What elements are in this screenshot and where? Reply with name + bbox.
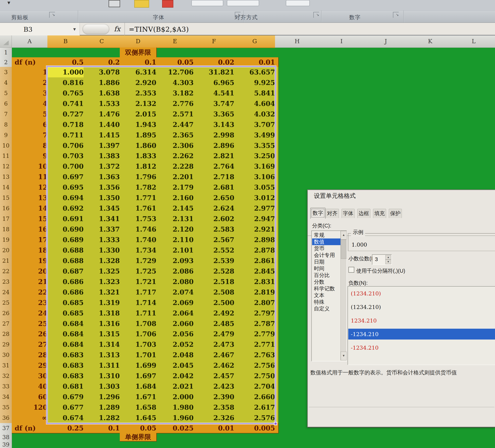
cell-t-value[interactable]: 1.782	[120, 182, 160, 193]
cell-t-value[interactable]: 2.160	[156, 193, 197, 203]
category-item-自定义[interactable]: 自定义	[312, 305, 342, 312]
row-header-29[interactable]: 29	[0, 339, 12, 350]
row-header-3[interactable]: 3	[0, 67, 12, 78]
cell-t-value[interactable]: 0.692	[47, 203, 87, 214]
tab-数字[interactable]: 数字	[310, 208, 326, 219]
name-box[interactable]: B3 ▼	[0, 23, 80, 35]
cell-t-value[interactable]: 0.706	[47, 140, 87, 151]
scroll-down-icon[interactable]: ▼	[341, 352, 347, 360]
cell-t-value[interactable]: 12.706	[156, 67, 197, 78]
cell-t-value[interactable]: 4.032	[234, 109, 279, 120]
row-header-12[interactable]: 12	[0, 161, 12, 172]
row-header-39[interactable]: 39	[0, 441, 12, 448]
category-item-数值[interactable]: 数值	[312, 238, 342, 245]
cell-t-value[interactable]: 2.681	[193, 182, 238, 193]
cell-t-value[interactable]: 1.708	[120, 318, 160, 329]
cell-t-value[interactable]: 1.296	[83, 392, 124, 402]
cell-t-value[interactable]: 1.315	[83, 329, 124, 340]
cell-t-value[interactable]: 9.925	[234, 77, 279, 88]
cell-t-value[interactable]: 2.485	[193, 318, 238, 329]
cell-t-value[interactable]: 1.860	[120, 140, 160, 151]
cell-t-value[interactable]: 6.314	[120, 67, 160, 78]
category-item-货币[interactable]: 货币	[312, 245, 342, 252]
cell-t-value[interactable]: 2.861	[234, 255, 279, 266]
cell-t-value[interactable]: 0.683	[47, 371, 87, 382]
decimal-places-stepper[interactable]: 3 ▲ ▼	[372, 254, 392, 265]
cell-t-value[interactable]: 2.365	[156, 130, 197, 141]
cell-t-value[interactable]: 1.372	[83, 161, 124, 172]
cell-t-value[interactable]: 2.060	[156, 318, 197, 329]
cell-t-value[interactable]: 3.355	[234, 140, 279, 151]
cell-t-value[interactable]: 1.960	[156, 413, 197, 423]
row-header-2[interactable]: 2	[0, 57, 12, 67]
cell-t-value[interactable]: 1.638	[83, 88, 124, 99]
cell-alpha-one-sided[interactable]: 0.01	[193, 423, 238, 433]
cell-t-value[interactable]: 2.819	[234, 287, 279, 298]
column-header-E[interactable]: E	[156, 35, 194, 48]
fill-color-button[interactable]	[134, 0, 149, 8]
category-item-百分比[interactable]: 百分比	[312, 272, 342, 279]
cell-t-value[interactable]: 2.998	[193, 130, 238, 141]
cell-t-value[interactable]: 1.311	[83, 360, 124, 371]
row-header-22[interactable]: 22	[0, 266, 12, 277]
cell-t-value[interactable]: 1.703	[120, 339, 160, 350]
cell-t-value[interactable]: 0.688	[47, 255, 87, 266]
cell-t-value[interactable]: 2.447	[156, 119, 197, 130]
tab-边框[interactable]: 边框	[357, 209, 370, 218]
cell-t-value[interactable]: 63.657	[234, 67, 279, 78]
cell-t-value[interactable]: 3.078	[83, 67, 124, 78]
cell-t-value[interactable]: 1.363	[83, 171, 124, 183]
negative-format-item[interactable]: -1234.210	[348, 342, 495, 353]
active-cell-B3[interactable]: 1.000	[47, 67, 87, 78]
border-button[interactable]	[109, 0, 120, 7]
cell-t-value[interactable]: 4.604	[234, 98, 279, 109]
cell-t-value[interactable]: 2.042	[156, 371, 197, 382]
cell-t-value[interactable]: 0.685	[47, 308, 87, 319]
cell-t-value[interactable]: 2.602	[193, 213, 238, 224]
row-header-8[interactable]: 8	[0, 119, 12, 130]
cell-t-value[interactable]: 0.700	[47, 161, 87, 172]
cell-t-value[interactable]: 2.660	[234, 392, 279, 402]
cell-t-value[interactable]: 2.576	[234, 413, 279, 423]
cell-t-value[interactable]: 2.120	[156, 224, 197, 235]
cell-t-value[interactable]: 0.684	[47, 339, 87, 350]
cell-t-value[interactable]: 2.920	[120, 77, 160, 88]
cell-t-value[interactable]: 1.697	[120, 371, 160, 382]
cell-t-value[interactable]: 0.711	[47, 130, 87, 141]
cell-t-value[interactable]: 1.323	[83, 277, 124, 287]
category-item-分数[interactable]: 分数	[312, 279, 342, 285]
cell-t-value[interactable]: 2.552	[193, 245, 238, 256]
row-header-11[interactable]: 11	[0, 151, 12, 161]
cell-t-value[interactable]: 1.533	[83, 98, 124, 109]
cell-alpha-two-sided[interactable]: 0.05	[156, 57, 197, 67]
row-header-26[interactable]: 26	[0, 308, 12, 318]
cell-t-value[interactable]: 2.457	[193, 371, 238, 382]
cell-t-value[interactable]: 2.617	[234, 402, 279, 413]
cell-t-value[interactable]: 2.704	[234, 381, 279, 392]
cell-t-value[interactable]: 3.169	[234, 161, 279, 172]
cell-t-value[interactable]: 0.691	[47, 213, 87, 224]
column-header-D[interactable]: D	[120, 35, 156, 48]
cell-t-value[interactable]: 1.701	[120, 350, 160, 360]
cell-t-value[interactable]: 0.685	[47, 297, 87, 308]
cell-t-value[interactable]: 1.658	[120, 402, 160, 413]
cell-t-value[interactable]: 2.500	[193, 297, 238, 308]
cell-t-value[interactable]: 3.012	[234, 193, 279, 203]
category-listbox[interactable]: 常规数值货币会计专用日期时间百分比分数科学记数文本特殊自定义▲▼	[311, 231, 347, 361]
cell-t-value[interactable]: 2.462	[193, 360, 238, 371]
cell-t-value[interactable]: 2.779	[234, 329, 279, 340]
cell-t-value[interactable]: 0.765	[47, 88, 87, 99]
cell-t-value[interactable]: 1.796	[120, 171, 160, 183]
cell-t-value[interactable]: 2.508	[193, 287, 238, 298]
number-dialog-launcher-icon[interactable]: ↘	[393, 12, 399, 18]
cell-alpha-two-sided[interactable]: 0.01	[234, 57, 279, 67]
category-item-时间[interactable]: 时间	[312, 265, 342, 272]
cell-t-value[interactable]: 1.711	[120, 308, 160, 319]
row-header-30[interactable]: 30	[0, 350, 12, 360]
cell-t-value[interactable]: 2.228	[156, 161, 197, 172]
cell-t-value[interactable]: 2.069	[156, 297, 197, 308]
cell-t-value[interactable]: 1.895	[120, 130, 160, 141]
column-header-I[interactable]: I	[319, 35, 364, 48]
cell-t-value[interactable]: 0.727	[47, 109, 87, 120]
row-header-18[interactable]: 18	[0, 224, 12, 235]
